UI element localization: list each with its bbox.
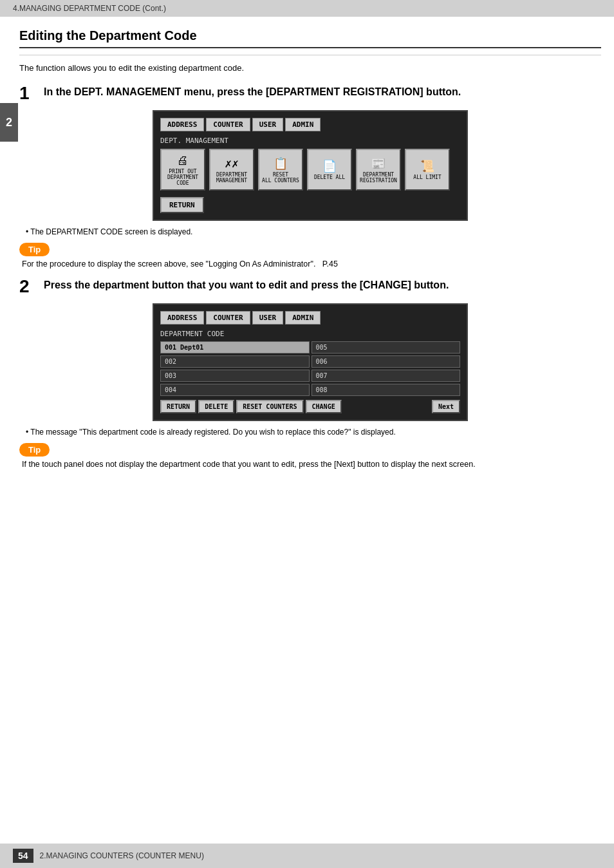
footer-text: 2.MANAGING COUNTERS (COUNTER MENU) (40, 851, 204, 860)
tab-user-2[interactable]: USER (252, 311, 284, 325)
page-header: 4.MANAGING DEPARTMENT CODE (Cont.) (0, 0, 614, 17)
icon-reset-all-counters[interactable]: 📋 RESET ALL COUNTERS (258, 149, 303, 191)
tip-badge-1: Tip (19, 243, 50, 256)
tab-address-2[interactable]: ADDRESS (160, 311, 204, 325)
dept-item-005[interactable]: 005 (312, 341, 461, 354)
tip-text-1: For the procedure to display the screen … (22, 259, 601, 269)
tip-box-1: Tip For the procedure to display the scr… (19, 243, 601, 269)
dept-mgmt-label: DEPT. MANAGEMENT (160, 137, 460, 145)
tab-admin-1[interactable]: ADMIN (285, 118, 321, 131)
step1-number: 1 (19, 84, 37, 102)
tab-admin-2[interactable]: ADMIN (285, 311, 321, 325)
mockup2-tabs: ADDRESS COUNTER USER ADMIN (160, 311, 460, 325)
dept-item-001[interactable]: 001 Dept01 (160, 341, 310, 354)
bottom-btn-bar: RETURN DELETE RESET COUNTERS CHANGE Next (160, 400, 460, 413)
tab-counter-2[interactable]: COUNTER (206, 311, 250, 325)
tab-address-1[interactable]: ADDRESS (160, 118, 204, 131)
screen-mockup-2: ADDRESS COUNTER USER ADMIN DEPARTMENT CO… (153, 303, 468, 421)
reset-counters-icon: 📋 (274, 156, 288, 170)
change-button[interactable]: CHANGE (306, 400, 342, 413)
return-button-1[interactable]: RETURN (160, 197, 204, 213)
dept-item-004[interactable]: 004 (160, 384, 310, 396)
dept-mgmt-icon: ✗✗ (225, 156, 239, 170)
tab-counter-1[interactable]: COUNTER (206, 118, 250, 131)
mockup1-tabs: ADDRESS COUNTER USER ADMIN (160, 118, 460, 131)
screen-mockup-1: ADDRESS COUNTER USER ADMIN DEPT. MANAGEM… (153, 110, 468, 221)
next-button[interactable]: Next (432, 400, 460, 413)
intro-text: The function allows you to edit the exis… (19, 63, 601, 73)
all-limit-icon: 📜 (420, 159, 434, 173)
step2-block: 2 Press the department button that you w… (19, 278, 601, 296)
print-dept-code-icon: 🖨 (177, 153, 189, 167)
page-footer: 54 2.MANAGING COUNTERS (COUNTER MENU) (0, 844, 614, 868)
left-buttons: RETURN DELETE RESET COUNTERS CHANGE (160, 400, 342, 413)
dept-list: 001 Dept01 005 002 006 003 007 004 008 (160, 341, 460, 396)
icon-delete-all[interactable]: 📄 DELETE ALL (307, 149, 352, 191)
icon-grid-1: 🖨 PRINT OUT DEPARTMENT CODE ✗✗ DEPARTMEN… (160, 149, 460, 191)
tip-text-2: If the touch panel does not display the … (22, 460, 601, 469)
icon-dept-management[interactable]: ✗✗ DEPARTMENT MANAGEMENT (209, 149, 254, 191)
dept-reg-icon: 📰 (371, 156, 386, 170)
page-number: 54 (13, 849, 33, 863)
reset-counters-button[interactable]: RESET COUNTERS (236, 400, 303, 413)
icon-all-limit[interactable]: 📜 ALL LIMIT (405, 149, 450, 191)
dept-item-007[interactable]: 007 (312, 370, 461, 382)
dept-item-003[interactable]: 003 (160, 370, 310, 382)
dept-item-006[interactable]: 006 (312, 355, 461, 368)
tip-box-2: Tip If the touch panel does not display … (19, 443, 601, 469)
tab-user-1[interactable]: USER (252, 118, 284, 131)
step1-bullet: The DEPARTMENT CODE screen is displayed. (26, 227, 601, 236)
step1-text: In the DEPT. MANAGEMENT menu, press the … (44, 84, 461, 102)
icon-print-dept-code[interactable]: 🖨 PRINT OUT DEPARTMENT CODE (160, 149, 205, 191)
header-text: 4.MANAGING DEPARTMENT CODE (Cont.) (13, 4, 166, 13)
step2-number: 2 (19, 278, 37, 296)
icon-dept-registration[interactable]: 📰 DEPARTMENT REGISTRATION (356, 149, 401, 191)
return-button-2[interactable]: RETURN (160, 400, 196, 413)
delete-button[interactable]: DELETE (198, 400, 234, 413)
dept-item-008[interactable]: 008 (312, 384, 461, 396)
step2-text: Press the department button that you wan… (44, 278, 449, 296)
tip-badge-2: Tip (19, 443, 50, 457)
chapter-tab: 2 (0, 103, 18, 142)
step1-block: 1 In the DEPT. MANAGEMENT menu, press th… (19, 84, 601, 102)
delete-all-icon: 📄 (322, 159, 337, 173)
step2-bullet: The message "This department code is alr… (26, 428, 601, 437)
section-title: Editing the Department Code (19, 17, 601, 48)
dept-item-002[interactable]: 002 (160, 355, 310, 368)
dept-code-label: DEPARTMENT CODE (160, 330, 460, 338)
